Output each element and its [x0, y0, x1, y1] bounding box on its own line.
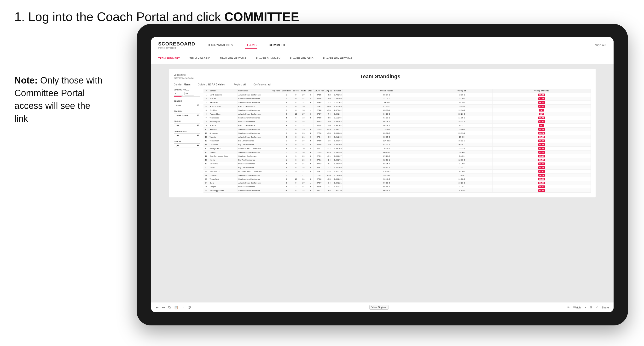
cell-rank: 15: [204, 147, 209, 151]
cell-low-rd: 1.39 221: [333, 181, 342, 185]
cell-conf: Southeastern Conference: [238, 108, 271, 112]
cell-conf-rank: 3: [281, 135, 292, 139]
sign-out-link[interactable]: Sign out: [595, 43, 606, 47]
cell-school: Vanderbilt: [209, 101, 238, 105]
clock-btn[interactable]: ⏱: [188, 306, 191, 309]
cell-school: Florida: [209, 151, 238, 154]
dropdown-icon: ▾: [584, 306, 586, 309]
cell-rnds: 22: [300, 154, 307, 158]
cell-conf: Pac-12 Conference: [238, 185, 271, 189]
nav-item-tournaments[interactable]: TOURNAMENTS: [207, 42, 233, 49]
cell-conf: Pac-12 Conference: [238, 105, 271, 108]
cell-low-rd: 2.11 265: [333, 116, 342, 120]
cell-rank: 24: [204, 181, 209, 185]
cell-reg-rank: -: [271, 170, 281, 173]
cell-rank: 2: [204, 97, 209, 101]
cell-wins: 1: [307, 181, 314, 185]
cell-conf-rank: 8: [281, 173, 292, 177]
conference-select[interactable]: (All): [174, 133, 200, 137]
filters-row: Gender: Men's Division: NCAA Division I …: [174, 83, 591, 86]
watch-btn[interactable]: Watch: [573, 306, 581, 309]
region-select[interactable]: N/A: [174, 123, 200, 127]
sub-nav-player-h2h-heatmap[interactable]: PLAYER H2H HEATMAP: [323, 56, 352, 61]
cell-overall-rec: 76-29-1: [342, 147, 431, 151]
cell-conf: Atlantic Coast Conference: [238, 112, 271, 116]
layout-btn[interactable]: ⊞: [590, 306, 592, 309]
cell-no-tour: 8: [292, 124, 300, 128]
cell-no-tour: 8: [292, 162, 300, 166]
cell-pts: 85.16: [492, 154, 591, 158]
cell-no-tour: 7: [292, 173, 300, 177]
cell-pts: 83.49: [492, 120, 591, 124]
cell-wins: 1: [307, 173, 314, 177]
cell-vs-top25: 17-9-0: [431, 135, 492, 139]
cell-conf-rank: 4: [281, 162, 292, 166]
toolbar-center: View: Original: [369, 305, 388, 310]
school-select[interactable]: (All): [174, 143, 200, 147]
sub-nav-team-h2h-grid[interactable]: TEAM H2H GRID: [190, 56, 210, 61]
sub-nav-team-h2h-heatmap[interactable]: TEAM H2H HEATMAP: [220, 56, 246, 61]
cell-no-tour: 9: [292, 93, 300, 97]
cell-rnds: 21: [300, 135, 307, 139]
cell-wins: 3: [307, 128, 314, 131]
cell-rank: 13: [204, 139, 209, 143]
cell-reg-rank: -: [271, 101, 281, 105]
nav-item-teams[interactable]: TEAMS: [245, 42, 256, 49]
cell-no-tour: 9: [292, 97, 300, 101]
max-rounds-input[interactable]: [184, 92, 194, 95]
cell-overall-rec: 63-15-1: [342, 108, 431, 112]
cell-school: Texas: [209, 166, 238, 170]
cell-conf-rank: 1: [281, 105, 292, 108]
redo-btn[interactable]: ↪: [162, 306, 165, 309]
cell-conf-rank: 1: [281, 93, 292, 97]
cell-low-rd: 2.70 262: [333, 93, 342, 97]
table-row: 23 Texas A&M Southeastern Conference - 9…: [204, 177, 591, 181]
cell-school: Virginia: [209, 135, 238, 139]
undo-btn[interactable]: ↩: [156, 306, 159, 309]
expand-btn[interactable]: ⤢: [596, 306, 598, 309]
cell-pts: 80.71: [492, 143, 591, 147]
cell-conf: Southeastern Conference: [238, 189, 271, 193]
cell-reg-rank: -: [271, 151, 281, 154]
cell-wins: 8: [307, 170, 314, 173]
division-select[interactable]: NCAA Division I: [174, 113, 200, 117]
gender-select[interactable]: Men's: [174, 103, 200, 107]
sub-nav-team-summary[interactable]: TEAM SUMMARY: [158, 56, 180, 61]
nav-item-committee[interactable]: COMMITTEE: [269, 42, 289, 49]
cell-overall-rec: 109-24-2: [342, 170, 431, 173]
share-btn[interactable]: Share: [602, 306, 609, 309]
sub-nav-player-summary[interactable]: PLAYER SUMMARY: [256, 56, 280, 61]
cell-conf: Southeastern Conference: [238, 173, 271, 177]
cell-low-rd: 1.44 269: [333, 166, 342, 170]
cell-avg-sg: -3.8: [324, 173, 333, 177]
col-rnds: Rnds: [300, 89, 307, 93]
sub-nav-player-h2h-grid[interactable]: PLAYER H2H GRID: [290, 56, 314, 61]
cell-school: Texas A&M: [209, 177, 238, 181]
note-box: Note: Only those with Committee Portal a…: [14, 74, 106, 125]
more-btn[interactable]: ···: [182, 306, 184, 309]
cell-avg-sg: -6.2: [324, 101, 333, 105]
paste-btn[interactable]: 📋: [174, 306, 178, 309]
col-conf-rank: Conf Rank: [281, 89, 292, 93]
cell-no-tour: 8: [292, 147, 300, 151]
cell-low-rd: 2.52 265: [333, 105, 342, 108]
cell-conf-rank: 1: [281, 139, 292, 143]
table-row: 13 Texas Tech Big 12 Conference - 1 9 27…: [204, 139, 591, 143]
cell-rank: 17: [204, 154, 209, 158]
col-wins: Wins: [307, 89, 314, 93]
standings-table: # School Conference Reg Rank Conf Rank N…: [204, 89, 591, 193]
view-original-btn[interactable]: View: Original: [369, 305, 388, 310]
cell-rnds: 21: [300, 173, 307, 177]
copy-btn[interactable]: ⧉: [168, 305, 171, 309]
cell-low-rd: 2.77 203: [333, 101, 342, 105]
min-rounds-input[interactable]: [174, 92, 183, 95]
cell-school: California: [209, 162, 238, 166]
cell-conf-rank: 5: [281, 181, 292, 185]
cell-conf-rank: 1: [281, 170, 292, 173]
cell-adj: 277.5: [314, 151, 324, 154]
cell-no-tour: 8: [292, 135, 300, 139]
sub-nav: TEAM SUMMARY TEAM H2H GRID TEAM H2H HEAT…: [151, 53, 614, 64]
cell-rank: 18: [204, 158, 209, 162]
cell-adj: 277.0: [314, 131, 324, 135]
table-row: 5 Ole Miss Southeastern Conference - 3 6…: [204, 108, 591, 112]
